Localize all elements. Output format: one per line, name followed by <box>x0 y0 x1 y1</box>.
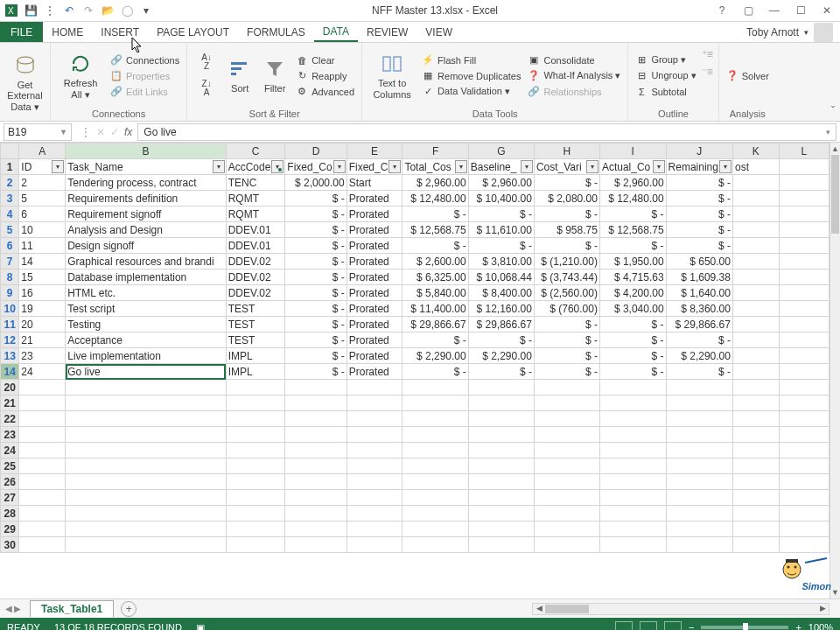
cell[interactable]: $ 11,400.00 <box>402 301 468 317</box>
cell[interactable] <box>732 206 779 222</box>
cell[interactable] <box>599 380 666 396</box>
cell[interactable] <box>599 443 666 458</box>
cell[interactable] <box>19 537 66 553</box>
row-header[interactable]: 23 <box>1 427 19 443</box>
cell[interactable] <box>732 254 779 270</box>
cell[interactable] <box>66 458 226 474</box>
cell[interactable]: Analysis and Design <box>66 222 226 238</box>
cell[interactable] <box>66 443 226 458</box>
name-box[interactable]: B19▼ <box>4 123 72 141</box>
col-header-a[interactable]: A <box>19 144 66 159</box>
filter-dropdown-icon[interactable]: ▾ <box>719 160 732 173</box>
cell[interactable] <box>402 506 468 522</box>
cell[interactable] <box>468 396 534 411</box>
cell[interactable]: Test script <box>66 301 226 317</box>
zoom-out-icon[interactable]: − <box>689 622 694 630</box>
cell[interactable]: $ - <box>285 254 346 270</box>
cell[interactable] <box>285 522 346 537</box>
cell[interactable] <box>779 396 829 411</box>
close-icon[interactable]: ✕ <box>817 3 836 18</box>
header-baseline[interactable]: Baseline_▾ <box>468 159 534 175</box>
cell[interactable] <box>468 427 534 443</box>
cell[interactable]: $ - <box>285 348 346 364</box>
cell[interactable]: $ (2,560.00) <box>534 285 599 301</box>
cell[interactable]: 16 <box>19 285 66 301</box>
cell[interactable]: Testing <box>66 317 226 332</box>
row-header[interactable]: 8 <box>1 270 19 285</box>
cell[interactable]: Requirement signoff <box>66 206 226 222</box>
cell[interactable]: $ 1,609.38 <box>666 270 732 285</box>
cell[interactable] <box>468 443 534 458</box>
cell[interactable]: Prorated <box>346 238 402 254</box>
header-remaining[interactable]: Remaining▾ <box>666 159 732 175</box>
cell[interactable]: $ 2,080.00 <box>534 191 599 206</box>
user-account[interactable]: Toby Arnott ▾ <box>739 22 840 42</box>
cell[interactable]: $ 10,400.00 <box>468 191 534 206</box>
cell[interactable]: $ - <box>666 206 732 222</box>
cell[interactable] <box>534 458 599 474</box>
cell[interactable] <box>732 238 779 254</box>
cell[interactable]: $ - <box>402 332 468 348</box>
row-header[interactable]: 6 <box>1 238 19 254</box>
cell[interactable] <box>666 411 732 427</box>
cell[interactable]: Prorated <box>346 348 402 364</box>
redo-icon[interactable]: ↷ <box>80 3 96 18</box>
row-header[interactable]: 22 <box>1 411 19 427</box>
row-header-1[interactable]: 1 <box>1 159 19 175</box>
cell[interactable] <box>732 411 779 427</box>
col-header-l[interactable]: L <box>779 144 829 159</box>
cell[interactable]: $ 1,640.00 <box>666 285 732 301</box>
cell[interactable]: 14 <box>19 254 66 270</box>
cell[interactable] <box>19 380 66 396</box>
cell[interactable] <box>402 427 468 443</box>
cell[interactable]: $ 2,600.00 <box>402 254 468 270</box>
col-header-d[interactable]: D <box>285 144 346 159</box>
cell[interactable]: $ - <box>285 364 346 380</box>
cell[interactable] <box>732 506 779 522</box>
scroll-up-icon[interactable]: ▲ <box>830 143 840 155</box>
cell[interactable]: $ - <box>666 222 732 238</box>
cell[interactable]: $ - <box>599 317 666 332</box>
tab-page-layout[interactable]: PAGE LAYOUT <box>148 22 238 42</box>
hscroll-thumb[interactable] <box>545 605 589 613</box>
cell[interactable] <box>66 490 226 506</box>
cell[interactable] <box>666 474 732 490</box>
header-id[interactable]: ID▾ <box>19 159 66 175</box>
cell[interactable] <box>19 396 66 411</box>
cell[interactable] <box>534 537 599 553</box>
cell[interactable] <box>226 396 285 411</box>
connections-button[interactable]: 🔗Connections <box>108 53 181 67</box>
cell[interactable]: RQMT <box>226 191 285 206</box>
cell[interactable] <box>779 364 829 380</box>
cell[interactable] <box>779 238 829 254</box>
row-header[interactable]: 24 <box>1 443 19 458</box>
get-external-data-button[interactable]: Get External Data ▾ <box>5 45 45 121</box>
cell[interactable]: $ 2,960.00 <box>402 175 468 191</box>
cell[interactable] <box>468 474 534 490</box>
cell[interactable]: $ - <box>285 206 346 222</box>
cell[interactable]: $ 650.00 <box>666 254 732 270</box>
cell[interactable] <box>226 458 285 474</box>
cell[interactable] <box>226 411 285 427</box>
cell[interactable] <box>732 175 779 191</box>
cell[interactable] <box>226 506 285 522</box>
cell[interactable] <box>19 411 66 427</box>
cell[interactable] <box>468 411 534 427</box>
cell[interactable] <box>402 458 468 474</box>
row-header[interactable]: 25 <box>1 458 19 474</box>
cell[interactable]: $ - <box>468 364 534 380</box>
filter-dropdown-icon[interactable]: ▾ <box>388 160 401 173</box>
cell[interactable]: $ 4,200.00 <box>599 285 666 301</box>
cell[interactable]: $ - <box>599 238 666 254</box>
collapse-ribbon-icon[interactable]: ˇ <box>831 105 835 117</box>
row-header[interactable]: 3 <box>1 191 19 206</box>
sort-az-button[interactable]: A↓Z Z↓A <box>192 45 220 107</box>
cell[interactable] <box>666 537 732 553</box>
cell[interactable]: $ - <box>666 175 732 191</box>
cell[interactable] <box>732 301 779 317</box>
cell[interactable] <box>402 396 468 411</box>
header-ost[interactable]: ost <box>732 159 779 175</box>
cell[interactable] <box>226 537 285 553</box>
cell[interactable] <box>285 411 346 427</box>
cell[interactable] <box>402 474 468 490</box>
